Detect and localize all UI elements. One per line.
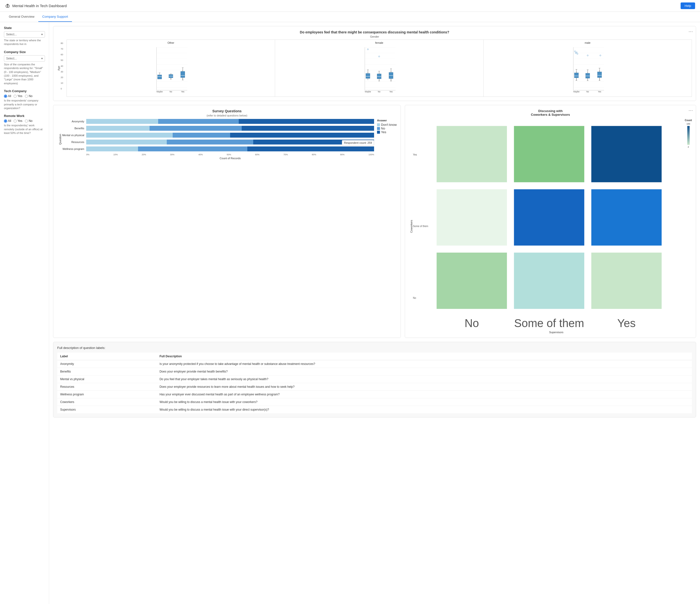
- table-cell-desc: Does your employer provide resources to …: [156, 383, 692, 390]
- state-desc: The state or territory where the respond…: [4, 39, 45, 46]
- techcompany-no-circle: [25, 95, 28, 98]
- svg-rect-83: [574, 73, 578, 78]
- svg-point-1: [7, 5, 9, 7]
- survey-chart-card: Survey Questions (refer to detailed ques…: [53, 105, 401, 338]
- svg-text:Yes: Yes: [598, 91, 601, 93]
- ytick-10: 10: [61, 82, 67, 84]
- survey-chart-subtitle: (refer to detailed questions below): [57, 114, 397, 117]
- bar-bars-resources: [86, 140, 374, 144]
- heatmap-svg: No Some of them Yes: [430, 119, 683, 330]
- survey-legend: Answer Don't know No Yes: [374, 119, 397, 134]
- bar-resources-dontknow: [86, 140, 167, 144]
- xtick-10: 10%: [113, 153, 118, 156]
- tab-company-support[interactable]: Company Support: [38, 12, 72, 22]
- svg-text:No: No: [170, 91, 172, 93]
- sidebar-techcompany-section: Tech Company All Yes No Is the responden…: [4, 89, 45, 110]
- legend-yes-color: [377, 131, 380, 134]
- remotework-yes[interactable]: Yes: [14, 119, 22, 123]
- boxplot-title: Do employees feel that there might be co…: [57, 30, 692, 34]
- table-row: SupervisorsWould you be willing to discu…: [57, 406, 692, 413]
- svg-text:Maybe: Maybe: [573, 91, 579, 93]
- bar-wellness-no: [138, 146, 247, 151]
- svg-point-81: [577, 53, 578, 54]
- remotework-all[interactable]: All: [4, 119, 11, 123]
- companysize-select[interactable]: Select... ▾: [4, 55, 45, 62]
- techcompany-all-dot: [5, 95, 6, 97]
- xtick-50: 50%: [227, 153, 231, 156]
- remotework-no-label: No: [29, 119, 32, 123]
- bar-mental-dontknow: [86, 133, 173, 138]
- svg-rect-99: [597, 72, 601, 77]
- boxplot-yaxis-label-wrap: Age: [57, 40, 61, 97]
- state-select[interactable]: Select... ▾: [4, 31, 45, 38]
- tab-bar: General Overview Company Support: [0, 12, 700, 22]
- bar-row-resources: Resources: [61, 140, 374, 144]
- svg-text:No: No: [465, 317, 479, 330]
- table-cell-desc: Has your employer ever discussed mental …: [156, 390, 692, 398]
- xtick-60: 60%: [255, 153, 259, 156]
- svg-rect-114: [437, 252, 507, 309]
- legend-yes: Yes: [377, 130, 397, 134]
- bar-label-resources: Resources: [61, 141, 86, 144]
- heatmap-yaxis-label: Coworkers: [409, 220, 413, 233]
- bar-row-anonymity: Anonymity: [61, 119, 374, 124]
- facet-female-title: female: [277, 41, 482, 44]
- bar-xaxis-label: Count of Records: [61, 157, 374, 160]
- heatmap-ytick-some: Some of them: [413, 225, 428, 227]
- svg-text:Yes: Yes: [390, 91, 393, 93]
- table-row: Wellness programHas your employer ever d…: [57, 390, 692, 398]
- heatmap-max-count: 184: [686, 123, 690, 125]
- state-select-arrow: ▾: [41, 33, 43, 36]
- svg-rect-113: [592, 189, 662, 245]
- remotework-all-circle: [4, 119, 7, 123]
- xtick-70: 70%: [283, 153, 288, 156]
- heatmap-more-button[interactable]: ⋯: [689, 108, 693, 113]
- facet-male-title: male: [485, 41, 690, 44]
- legend-no: No: [377, 126, 397, 130]
- sidebar: State Select... ▾ The state or territory…: [0, 22, 49, 604]
- table-row: CoworkersWould you be willing to discuss…: [57, 398, 692, 406]
- question-table-body: AnonymityIs your anonymity protected if …: [57, 360, 692, 413]
- boxplot-more-button[interactable]: ⋯: [689, 29, 693, 34]
- bar-label-anonymity: Anonymity: [61, 120, 86, 123]
- bar-row-wellness: Wellness program Respondent count: 259: [61, 146, 374, 151]
- svg-point-0: [6, 5, 8, 7]
- legend-dontknow-label: Don't know: [381, 123, 397, 126]
- question-table: Label Full Description AnonymityIs your …: [57, 353, 692, 413]
- svg-point-78: [574, 51, 575, 52]
- boxplot-area: Age 80 70 60 50 40 30 20 10 0: [57, 40, 692, 97]
- remotework-yes-label: Yes: [18, 119, 22, 123]
- techcompany-all[interactable]: All: [4, 94, 11, 98]
- survey-tooltip: Respondent count: 259: [342, 140, 374, 145]
- table-cell-label: Supervisors: [57, 406, 156, 413]
- bar-label-benefits: Benefits: [61, 127, 86, 130]
- bar-xaxis-ticks: 0% 10% 20% 30% 40% 50% 60% 70% 80% 90% 1…: [61, 153, 374, 156]
- techcompany-no[interactable]: No: [25, 94, 32, 98]
- survey-legend-title: Answer: [377, 119, 397, 122]
- table-row: AnonymityIs your anonymity protected if …: [57, 360, 692, 368]
- heatmap-yticks: Yes Some of them No: [413, 119, 430, 334]
- sidebar-remotework-section: Remote Work All Yes No Is the respondent…: [4, 114, 45, 135]
- col-desc: Full Description: [156, 353, 692, 360]
- help-button[interactable]: Help: [681, 2, 695, 9]
- techcompany-yes[interactable]: Yes: [14, 94, 22, 98]
- legend-dontknow: Don't know: [377, 123, 397, 126]
- boxplot-yticks: 80 70 60 50 40 30 20 10 0: [61, 40, 67, 97]
- bottom-charts-row: Survey Questions (refer to detailed ques…: [53, 105, 696, 342]
- remotework-desc: Is the respondentsç' work remotely (outs…: [4, 124, 45, 135]
- xtick-20: 20%: [142, 153, 146, 156]
- ytick-60: 60: [61, 53, 67, 56]
- tab-general-overview[interactable]: General Overview: [5, 12, 38, 22]
- xtick-80: 80%: [312, 153, 316, 156]
- survey-question-axis-label: Question: [57, 134, 61, 145]
- svg-point-89: [587, 55, 588, 56]
- heatmap-inner: Coworkers Yes Some of them No: [409, 119, 692, 334]
- techcompany-no-label: No: [29, 94, 32, 98]
- ytick-70: 70: [61, 48, 67, 50]
- remotework-no[interactable]: No: [25, 119, 32, 123]
- svg-point-44: [368, 49, 369, 50]
- techcompany-yes-label: Yes: [18, 94, 22, 98]
- heatmap-min-count: 2: [688, 146, 689, 148]
- bar-bars-benefits: [86, 126, 374, 131]
- table-cell-desc: Would you be willing to discuss a mental…: [156, 406, 692, 413]
